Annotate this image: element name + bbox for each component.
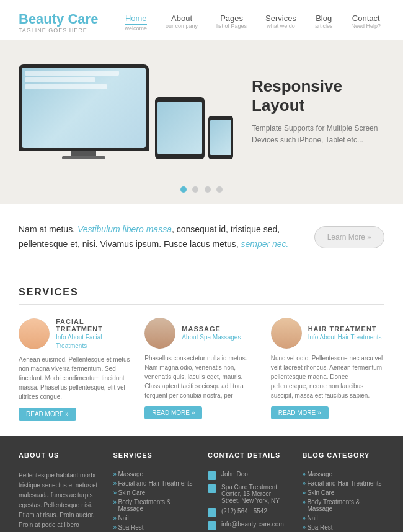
contact-address-item: Spa Care Treatment Center, 15 Mercer Str…: [208, 484, 290, 504]
contact-address: Spa Care Treatment Center, 15 Mercer Str…: [221, 484, 290, 504]
service-massage-header: MASSAGE About Spa Massages: [144, 318, 258, 349]
dot-4[interactable]: [216, 186, 223, 193]
service-hair-info: HAIR TREATMENT Info About Hair Treatment…: [308, 325, 382, 341]
monitor-foot: [62, 156, 105, 159]
nav-contact-sub: Need Help?: [351, 23, 381, 29]
nav-about-sub: our company: [166, 23, 198, 29]
side-devices: [155, 97, 233, 159]
service-hair: HAIR TREATMENT Info About Hair Treatment…: [271, 318, 384, 421]
dot-1[interactable]: [180, 186, 187, 193]
footer-service-item-4: Body Treatments & Massage: [113, 499, 196, 512]
footer-blog-item-2: Facial and Hair Treatments: [303, 480, 385, 487]
learn-more-button[interactable]: Learn More »: [314, 226, 384, 248]
footer-blog-item-4: Body Treatments & Massage: [303, 499, 385, 512]
nav-contact-label: Contact: [351, 14, 381, 23]
nav-blog-label: Blog: [315, 14, 333, 23]
service-facial-readmore[interactable]: READ MORE »: [19, 408, 76, 421]
service-massage-readmore[interactable]: READ MORE »: [144, 406, 202, 419]
person-icon: [208, 471, 216, 480]
tablet-display: [157, 102, 202, 154]
logo-tagline: TAGLINE GOES HERE: [19, 27, 98, 33]
main-nav: Home welcome About our company Pages lis…: [122, 12, 384, 33]
service-hair-link[interactable]: Info About Hair Treatments: [308, 334, 382, 341]
hair-avatar-img: [271, 318, 302, 349]
nav-pages-sub: list of Pages: [216, 23, 247, 29]
service-hair-header: HAIR TREATMENT Info About Hair Treatment…: [271, 318, 384, 349]
monitor-display: [22, 68, 146, 148]
footer: ABOUT US Pellentesque habitant morbi tri…: [0, 436, 403, 532]
footer-service-item-5: Nail: [113, 515, 196, 521]
service-facial-link[interactable]: Info About Facial Treatments: [56, 334, 102, 349]
dot-2[interactable]: [192, 186, 198, 193]
service-massage-link[interactable]: About Spa Massages: [182, 334, 241, 341]
phone: [208, 116, 233, 159]
logo-title: Beauty Care: [19, 11, 98, 27]
footer-blog-item-1: Massage: [303, 471, 385, 477]
logo: Beauty Care TAGLINE GOES HERE: [19, 11, 98, 33]
footer-services-list: Massage Facial and Hair Treatments Skin …: [113, 471, 196, 531]
site-header: Beauty Care TAGLINE GOES HERE Home welco…: [0, 0, 403, 40]
contact-email-item: info@beauty-care.com: [208, 521, 290, 530]
contact-phone-item: (212) 564 - 5542: [208, 508, 290, 517]
tagline-highlight-2: semper nec.: [241, 239, 288, 249]
nav-services[interactable]: Services what we do: [262, 12, 300, 30]
service-hair-title: HAIR TREATMENT: [308, 325, 382, 333]
footer-services-title: SERVICES: [113, 451, 196, 463]
hero-text: Responsive Layout Template Supports for …: [233, 77, 384, 146]
footer-blog-item-3: Skin Care: [303, 489, 385, 496]
service-facial-title: FACIAL TREATMENT: [56, 318, 132, 333]
footer-contact-title: CONTACT DETAILS: [208, 451, 290, 463]
services-grid: FACIAL TREATMENT Info About Facial Treat…: [19, 318, 384, 421]
service-hair-readmore[interactable]: READ MORE »: [271, 406, 329, 419]
services-title: SERVICES: [19, 287, 384, 305]
nav-contact[interactable]: Contact Need Help?: [347, 12, 384, 30]
service-hair-avatar: [271, 318, 302, 349]
footer-service-item-6: Spa Rest: [113, 524, 196, 531]
service-hair-desc: Nunc vel odio. Pellentesque nec arcu vel…: [271, 354, 384, 400]
hero-dots: [0, 177, 403, 204]
nav-home-sub: welcome: [125, 25, 148, 32]
service-facial-header: FACIAL TREATMENT Info About Facial Treat…: [19, 318, 132, 350]
footer-service-item-2: Facial and Hair Treatments: [113, 480, 196, 487]
footer-blog-list: Massage Facial and Hair Treatments Skin …: [303, 471, 385, 531]
service-facial-desc: Aenean euismod. Pellentesque et metus no…: [19, 355, 132, 401]
nav-blog-sub: articles: [315, 23, 333, 29]
nav-home[interactable]: Home welcome: [122, 12, 151, 33]
tagline-section: Nam at metus. Vestibulum libero massa, c…: [0, 204, 403, 271]
service-facial: FACIAL TREATMENT Info About Facial Treat…: [19, 318, 132, 421]
location-icon: [208, 484, 216, 493]
footer-service-item-3: Skin Care: [113, 489, 196, 496]
nav-services-sub: what we do: [265, 23, 296, 29]
service-massage: MASSAGE About Spa Massages Phasellus con…: [144, 318, 258, 421]
service-massage-info: MASSAGE About Spa Massages: [182, 325, 241, 341]
footer-blog: BLOG CATEGORY Massage Facial and Hair Tr…: [303, 451, 385, 532]
tagline-highlight-1: Vestibulum libero massa: [78, 224, 172, 234]
contact-name-item: John Deo: [208, 471, 290, 480]
service-massage-desc: Phasellus consectetur nulla id metus. Na…: [144, 354, 258, 400]
footer-service-item-1: Massage: [113, 471, 196, 477]
nav-blog[interactable]: Blog articles: [311, 12, 337, 30]
service-facial-info: FACIAL TREATMENT Info About Facial Treat…: [56, 318, 132, 350]
hero-description: Template Supports for Multiple Screen De…: [252, 123, 384, 146]
monitor-body: [19, 64, 149, 151]
nav-home-label: Home: [125, 14, 148, 25]
services-section: SERVICES FACIAL TREATMENT Info About Fac…: [0, 271, 403, 436]
hero-section: Responsive Layout Template Supports for …: [0, 40, 403, 177]
service-facial-avatar: [19, 318, 50, 349]
nav-about-label: About: [166, 14, 198, 23]
dot-3[interactable]: [205, 186, 211, 193]
tagline-before: Nam at metus.: [19, 224, 78, 234]
hero-image: [19, 64, 233, 159]
nav-about[interactable]: About our company: [162, 12, 202, 30]
monitor-neck: [71, 151, 96, 156]
tagline-text: Nam at metus. Vestibulum libero massa, c…: [19, 222, 298, 252]
facial-avatar-img: [19, 318, 50, 349]
monitor: [19, 64, 149, 159]
hero-title: Responsive Layout: [252, 77, 384, 115]
footer-about: ABOUT US Pellentesque habitant morbi tri…: [19, 451, 101, 532]
footer-contact: CONTACT DETAILS John Deo Spa Care Treatm…: [208, 451, 290, 532]
footer-blog-title: BLOG CATEGORY: [303, 451, 385, 463]
footer-services: SERVICES Massage Facial and Hair Treatme…: [113, 451, 196, 532]
nav-pages[interactable]: Pages list of Pages: [213, 12, 250, 30]
footer-blog-item-5: Nail: [303, 515, 385, 521]
